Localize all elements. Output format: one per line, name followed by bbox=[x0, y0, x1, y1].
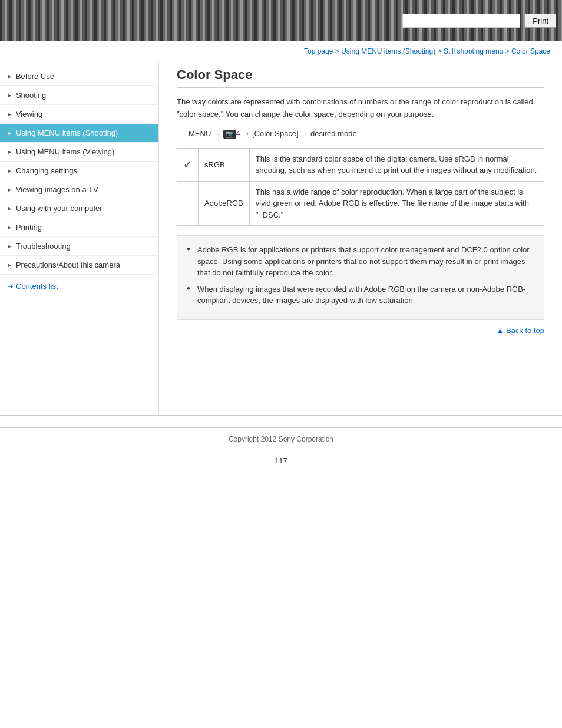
sidebar-item-label: Using MENU items (Shooting) bbox=[16, 129, 118, 137]
color-name-srgb: sRGB bbox=[199, 148, 250, 181]
breadcrumb-using-menu[interactable]: Using MENU items (Shooting) bbox=[341, 47, 435, 55]
footer-divider bbox=[0, 415, 562, 427]
arrow-icon: ► bbox=[7, 187, 12, 193]
arrow-icon: ► bbox=[7, 111, 12, 117]
sidebar-item-printing[interactable]: ► Printing bbox=[0, 218, 158, 237]
no-check-cell bbox=[177, 181, 199, 226]
sidebar-item-label: Printing bbox=[16, 223, 42, 232]
breadcrumb-top[interactable]: Top page bbox=[304, 47, 333, 55]
sidebar-item-label: Using with your computer bbox=[16, 204, 103, 213]
sidebar-item-label: Changing settings bbox=[16, 166, 77, 175]
sidebar-item-using-menu-viewing[interactable]: ► Using MENU items (Viewing) bbox=[0, 143, 158, 162]
arrow-icon: ► bbox=[7, 74, 12, 80]
color-space-table: ✓ sRGB This is the standard color space … bbox=[177, 148, 544, 226]
sidebar-item-precautions[interactable]: ► Precautions/About this camera bbox=[0, 256, 158, 275]
table-row: ✓ sRGB This is the standard color space … bbox=[177, 148, 544, 181]
menu-path: MENU → 📷4 → [Color Space] → desired mode bbox=[189, 129, 544, 139]
page-header: Print bbox=[0, 0, 562, 41]
arrow-icon: ► bbox=[7, 225, 12, 230]
contents-list-link[interactable]: ➔ Contents list bbox=[0, 275, 158, 298]
sidebar-item-changing-settings[interactable]: ► Changing settings bbox=[0, 162, 158, 180]
notes-list: Adobe RGB is for applications or printer… bbox=[187, 244, 534, 307]
table-row: AdobeRGB This has a wide range of color … bbox=[177, 181, 544, 226]
sidebar-item-troubleshooting[interactable]: ► Troubleshooting bbox=[0, 237, 158, 256]
sidebar-item-label: Viewing images on a TV bbox=[16, 185, 98, 194]
arrow-icon: ► bbox=[7, 93, 12, 98]
color-desc-adobergb: This has a wide range of color reproduct… bbox=[249, 181, 544, 226]
sidebar-item-viewing[interactable]: ► Viewing bbox=[0, 105, 158, 124]
sidebar-item-shooting[interactable]: ► Shooting bbox=[0, 86, 158, 105]
sidebar-item-before-use[interactable]: ► Before Use bbox=[0, 67, 158, 86]
breadcrumb-color-space[interactable]: Color Space bbox=[511, 47, 550, 55]
list-item: When displaying images that were recorde… bbox=[187, 284, 534, 307]
back-to-top-link[interactable]: ▲ Back to top bbox=[496, 326, 544, 335]
sidebar-item-label: Viewing bbox=[16, 110, 42, 118]
contents-list-label[interactable]: Contents list bbox=[16, 282, 58, 291]
notes-box: Adobe RGB is for applications or printer… bbox=[177, 235, 544, 320]
sidebar-item-label: Precautions/About this camera bbox=[16, 261, 120, 269]
content-area: Color Space The way colors are represent… bbox=[159, 61, 562, 415]
sidebar-item-label: Before Use bbox=[16, 72, 54, 81]
page-title: Color Space bbox=[177, 67, 544, 88]
main-layout: ► Before Use ► Shooting ► Viewing ► Usin… bbox=[0, 61, 562, 415]
sidebar: ► Before Use ► Shooting ► Viewing ► Usin… bbox=[0, 61, 159, 415]
back-to-top[interactable]: ▲ Back to top bbox=[177, 320, 544, 341]
arrow-icon: ► bbox=[7, 149, 12, 155]
arrow-icon: ► bbox=[7, 168, 12, 174]
color-desc-srgb: This is the standard color space of the … bbox=[249, 148, 544, 181]
content-description: The way colors are represented with comb… bbox=[177, 96, 544, 121]
sidebar-item-using-menu-shooting[interactable]: ► Using MENU items (Shooting) bbox=[0, 124, 158, 143]
arrow-icon: ► bbox=[7, 206, 12, 212]
sidebar-item-label: Shooting bbox=[16, 91, 46, 100]
breadcrumb-still-shooting[interactable]: Still shooting menu bbox=[444, 47, 503, 55]
check-cell: ✓ bbox=[177, 148, 199, 181]
sidebar-item-label: Using MENU items (Viewing) bbox=[16, 147, 114, 156]
list-item: Adobe RGB is for applications or printer… bbox=[187, 244, 534, 279]
arrow-icon: ► bbox=[7, 262, 12, 268]
footer: Copyright 2012 Sony Corporation bbox=[0, 427, 562, 450]
page-number: 117 bbox=[0, 450, 562, 471]
print-button[interactable]: Print bbox=[525, 14, 556, 28]
color-name-adobergb: AdobeRGB bbox=[199, 181, 250, 226]
checkmark-icon: ✓ bbox=[183, 159, 192, 170]
arrow-icon: ► bbox=[7, 243, 12, 249]
sidebar-item-using-computer[interactable]: ► Using with your computer bbox=[0, 199, 158, 218]
arrow-icon: ► bbox=[7, 130, 12, 136]
arrow-right-icon: ➔ bbox=[7, 282, 14, 291]
breadcrumb: Top page > Using MENU items (Shooting) >… bbox=[0, 41, 562, 61]
sidebar-item-viewing-tv[interactable]: ► Viewing images on a TV bbox=[0, 180, 158, 199]
copyright: Copyright 2012 Sony Corporation bbox=[229, 435, 333, 443]
sidebar-item-label: Troubleshooting bbox=[16, 242, 71, 251]
search-input[interactable] bbox=[402, 14, 520, 28]
